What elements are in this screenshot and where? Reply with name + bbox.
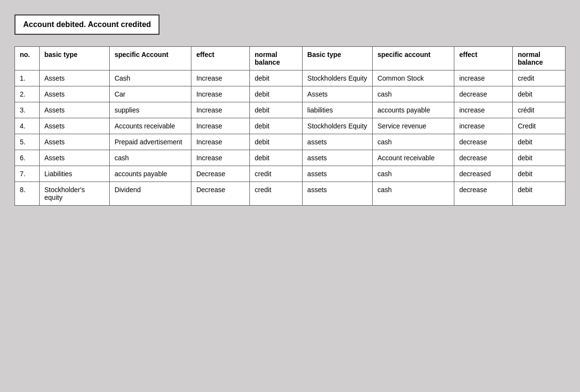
header-specific-account-right: specific account <box>372 47 454 70</box>
cell-normal-left: credit <box>250 166 303 182</box>
cell-effect-right: decrease <box>454 150 513 166</box>
cell-effect-left: Increase <box>191 118 250 134</box>
cell-basic-type-right: Assets <box>302 86 372 102</box>
cell-normal-right: debit <box>513 182 566 206</box>
cell-basic-type-right: Stockholders Equity <box>302 70 372 86</box>
cell-effect-left: Decrease <box>191 182 250 206</box>
cell-basic-type-left: Assets <box>39 150 109 166</box>
cell-effect-left: Decrease <box>191 166 250 182</box>
cell-no: 1. <box>15 70 40 86</box>
cell-effect-right: decrease <box>454 182 513 206</box>
cell-basic-type-right: Stockholders Equity <box>302 118 372 134</box>
cell-effect-right: decrease <box>454 134 513 150</box>
cell-normal-left: debit <box>250 102 303 118</box>
header-basic-type-right: Basic type <box>302 47 372 70</box>
cell-basic-type-left: Assets <box>39 102 109 118</box>
cell-basic-type-left: Liabilities <box>39 166 109 182</box>
cell-effect-right: decrease <box>454 86 513 102</box>
cell-specific-right: accounts payable <box>372 102 454 118</box>
cell-normal-right: debit <box>513 134 566 150</box>
cell-specific-right: cash <box>372 134 454 150</box>
cell-specific-right: Account receivable <box>372 150 454 166</box>
cell-basic-type-right: assets <box>302 150 372 166</box>
cell-specific-right: Common Stock <box>372 70 454 86</box>
table-row: 3.AssetssuppliesIncreasedebitliabilities… <box>15 102 566 118</box>
cell-effect-left: Increase <box>191 70 250 86</box>
cell-no: 7. <box>15 166 40 182</box>
cell-effect-right: decreased <box>454 166 513 182</box>
cell-specific-right: cash <box>372 166 454 182</box>
cell-normal-right: debit <box>513 150 566 166</box>
cell-specific-left: accounts payable <box>109 166 191 182</box>
header-effect-right: effect <box>454 47 513 70</box>
cell-basic-type-right: assets <box>302 134 372 150</box>
header-normal-balance-right: normal balance <box>513 47 566 70</box>
cell-normal-right: credit <box>513 70 566 86</box>
header-specific-account-left: specific Account <box>109 47 191 70</box>
cell-basic-type-left: Stockholder's equity <box>39 182 109 206</box>
cell-normal-left: debit <box>250 118 303 134</box>
cell-normal-right: Credit <box>513 118 566 134</box>
cell-effect-left: Increase <box>191 150 250 166</box>
cell-normal-right: debit <box>513 86 566 102</box>
cell-effect-right: increase <box>454 102 513 118</box>
table-row: 1.AssetsCashIncreasedebitStockholders Eq… <box>15 70 566 86</box>
cell-basic-type-right: assets <box>302 182 372 206</box>
cell-basic-type-left: Assets <box>39 134 109 150</box>
cell-effect-left: Increase <box>191 134 250 150</box>
cell-effect-right: increase <box>454 118 513 134</box>
cell-specific-left: Car <box>109 86 191 102</box>
cell-normal-left: credit <box>250 182 303 206</box>
cell-effect-right: increase <box>454 70 513 86</box>
cell-basic-type-left: Assets <box>39 118 109 134</box>
accounting-table: no. basic type specific Account effect n… <box>14 46 566 206</box>
table-row: 2.AssetsCarIncreasedebitAssetscashdecrea… <box>15 86 566 102</box>
table-row: 7.Liabilitiesaccounts payableDecreasecre… <box>15 166 566 182</box>
cell-specific-left: Accounts receivable <box>109 118 191 134</box>
table-row: 8.Stockholder's equityDividendDecreasecr… <box>15 182 566 206</box>
cell-specific-left: cash <box>109 150 191 166</box>
cell-no: 4. <box>15 118 40 134</box>
cell-no: 3. <box>15 102 40 118</box>
cell-normal-left: debit <box>250 150 303 166</box>
cell-normal-right: debit <box>513 166 566 182</box>
cell-no: 6. <box>15 150 40 166</box>
cell-normal-right: crédit <box>513 102 566 118</box>
cell-normal-left: debit <box>250 86 303 102</box>
cell-specific-left: Prepaid advertisement <box>109 134 191 150</box>
cell-effect-left: Increase <box>191 86 250 102</box>
cell-specific-left: supplies <box>109 102 191 118</box>
page-title: Account debited. Account credited <box>14 14 160 35</box>
table-row: 4.AssetsAccounts receivableIncreasedebit… <box>15 118 566 134</box>
header-no: no. <box>15 47 40 70</box>
cell-specific-right: cash <box>372 86 454 102</box>
cell-normal-left: debit <box>250 70 303 86</box>
cell-specific-left: Cash <box>109 70 191 86</box>
cell-normal-left: debit <box>250 134 303 150</box>
page-container: Account debited. Account credited no. ba… <box>14 14 566 206</box>
cell-basic-type-left: Assets <box>39 70 109 86</box>
cell-no: 8. <box>15 182 40 206</box>
cell-specific-left: Dividend <box>109 182 191 206</box>
cell-specific-right: Service revenue <box>372 118 454 134</box>
cell-basic-type-right: liabilities <box>302 102 372 118</box>
header-normal-balance-left: normal balance <box>250 47 303 70</box>
cell-basic-type-left: Assets <box>39 86 109 102</box>
cell-basic-type-right: assets <box>302 166 372 182</box>
cell-no: 5. <box>15 134 40 150</box>
table-row: 6.AssetscashIncreasedebitassetsAccount r… <box>15 150 566 166</box>
cell-effect-left: Increase <box>191 102 250 118</box>
header-effect-left: effect <box>191 47 250 70</box>
table-row: 5.AssetsPrepaid advertisementIncreasedeb… <box>15 134 566 150</box>
cell-specific-right: cash <box>372 182 454 206</box>
header-basic-type-left: basic type <box>39 47 109 70</box>
cell-no: 2. <box>15 86 40 102</box>
